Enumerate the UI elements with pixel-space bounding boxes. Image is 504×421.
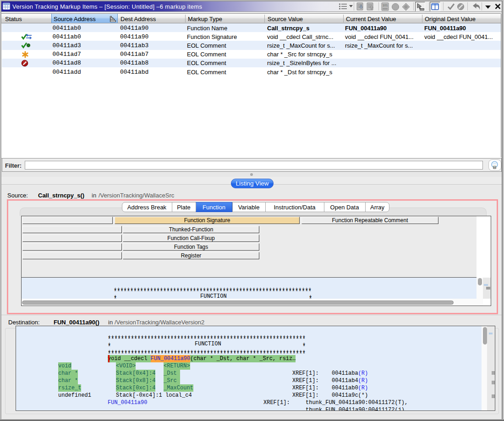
svg-text:101: 101 [383, 4, 388, 7]
